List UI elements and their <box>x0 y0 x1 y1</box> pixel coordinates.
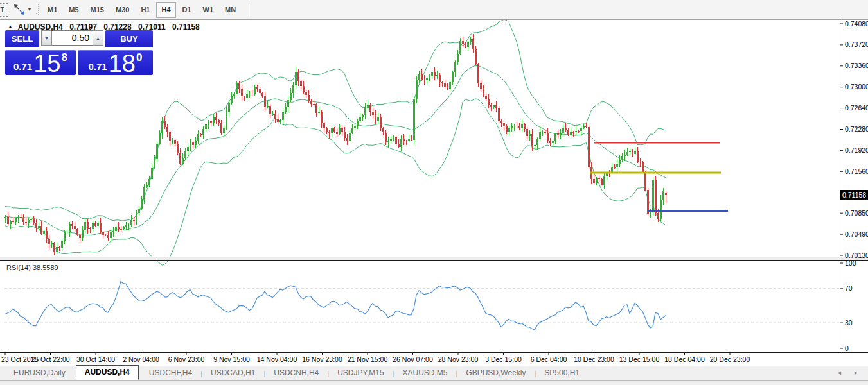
rsi-indicator-label: RSI(14) 38.5589 <box>6 264 58 271</box>
svg-text:13 Dec 15:00: 13 Dec 15:00 <box>619 355 660 363</box>
text-label-tool-icon[interactable]: T <box>0 3 8 17</box>
sell-price-prefix: 0.71 <box>13 61 32 72</box>
timeframe-button-M15[interactable]: M15 <box>85 2 109 18</box>
svg-text:10 Dec 23:00: 10 Dec 23:00 <box>574 355 614 363</box>
price-axis[interactable]: 0.740800.737200.733600.730000.726400.722… <box>840 20 868 259</box>
bollinger-middle-band <box>5 65 666 235</box>
svg-text:2 Nov 04:00: 2 Nov 04:00 <box>123 355 159 363</box>
timeframe-button-W1[interactable]: W1 <box>198 2 219 18</box>
svg-text:100: 100 <box>845 259 856 267</box>
svg-text:70: 70 <box>845 284 853 292</box>
svg-text:26 Nov 07:00: 26 Nov 07:00 <box>393 355 433 363</box>
svg-text:25 Oct 22:00: 25 Oct 22:00 <box>31 355 69 363</box>
svg-text:0.73360: 0.73360 <box>845 62 868 69</box>
svg-text:0.71560: 0.71560 <box>845 167 868 175</box>
sell-button[interactable]: SELL <box>5 30 39 49</box>
svg-text:0.71920: 0.71920 <box>845 146 868 154</box>
toolbar-separator <box>249 3 250 17</box>
top-toolbar: T ▼ M1M5M15M30H1H4D1W1MN <box>0 0 868 20</box>
timeframe-button-MN[interactable]: MN <box>220 2 241 18</box>
sell-price-sup: 8 <box>62 51 67 64</box>
tab-eurusd-daily[interactable]: EURUSD,Daily <box>5 367 74 379</box>
buy-price-sup: 0 <box>136 51 142 64</box>
tabs-scroll-left-icon[interactable]: ◄ <box>837 370 842 376</box>
svg-text:30 Oct 14:00: 30 Oct 14:00 <box>76 355 115 363</box>
buy-price-big: 18 <box>109 53 136 74</box>
tab-xauusd-m5[interactable]: XAUUSD,M5 <box>394 367 456 379</box>
svg-text:0.72640: 0.72640 <box>845 104 868 112</box>
buy-button-label: BUY <box>120 34 137 44</box>
timeframe-button-M1[interactable]: M1 <box>42 2 62 18</box>
timeframe-button-row: M1M5M15M30H1H4D1W1MN <box>42 2 250 18</box>
tab-usdjpy-m15[interactable]: USDJPY,M15 <box>329 367 392 379</box>
svg-text:0.72280: 0.72280 <box>845 125 868 133</box>
svg-text:18 Dec 04:00: 18 Dec 04:00 <box>664 355 705 363</box>
svg-text:3 Dec 15:00: 3 Dec 15:00 <box>485 355 522 363</box>
ohlc-open: 0.71197 <box>69 22 97 31</box>
svg-text:21 Nov 15:00: 21 Nov 15:00 <box>348 355 388 363</box>
svg-text:6 Dec 04:00: 6 Dec 04:00 <box>531 355 567 363</box>
tool-dropdown-caret-icon[interactable]: ▼ <box>27 6 32 12</box>
svg-text:30: 30 <box>845 319 853 327</box>
timeframe-button-D1[interactable]: D1 <box>177 2 197 18</box>
svg-text:28 Nov 23:00: 28 Nov 23:00 <box>438 355 479 363</box>
symbol-tab-bar: EURUSD,Daily AUDUSD,H4 USDCHF,H4|USDCAD,… <box>0 366 868 380</box>
svg-text:0.71158: 0.71158 <box>842 191 866 199</box>
svg-text:0.73000: 0.73000 <box>845 83 868 90</box>
timeframe-button-H1[interactable]: H1 <box>136 2 155 18</box>
svg-text:6 Nov 23:00: 6 Nov 23:00 <box>168 355 205 363</box>
timeframe-button-H4[interactable]: H4 <box>156 2 175 18</box>
tabs-scroll-right-icon[interactable]: ► <box>853 370 859 376</box>
svg-text:0.74080: 0.74080 <box>845 20 868 28</box>
svg-text:16 Nov 23:00: 16 Nov 23:00 <box>302 355 342 363</box>
bollinger-lower-band <box>5 99 666 265</box>
sell-price-big: 15 <box>33 53 60 74</box>
tab-sp500-h1[interactable]: SP500,H1 <box>536 367 588 379</box>
svg-text:14 Nov 04:00: 14 Nov 04:00 <box>257 355 297 363</box>
buy-button[interactable]: BUY <box>105 30 153 49</box>
tab-gbpusd-weekly[interactable]: GBPUSD,Weekly <box>457 367 534 379</box>
sell-button-label: SELL <box>12 34 33 44</box>
ohlc-close: 0.71158 <box>172 22 200 31</box>
svg-text:0.70490: 0.70490 <box>845 230 868 238</box>
tab-usdcad-h1[interactable]: USDCAD,H1 <box>202 367 263 379</box>
status-bar <box>0 380 868 385</box>
buy-price-tile[interactable]: 0.71 18 0 <box>78 50 153 75</box>
svg-text:0: 0 <box>845 345 849 352</box>
time-axis[interactable]: 23 Oct 201825 Oct 22:0030 Oct 14:002 Nov… <box>1 353 750 363</box>
buy-price-prefix: 0.71 <box>89 61 107 72</box>
current-price-badge: 0.71158 <box>840 190 868 200</box>
tab-audusd-h4[interactable]: AUDUSD,H4 <box>76 365 139 380</box>
collapse-triangle-icon[interactable]: ▲ <box>8 24 13 30</box>
timeframe-button-M30[interactable]: M30 <box>111 2 134 18</box>
svg-text:0.70850: 0.70850 <box>845 209 868 217</box>
svg-text:20 Dec 23:00: 20 Dec 23:00 <box>710 355 750 363</box>
rsi-panel: 10070300 <box>4 259 856 352</box>
svg-text:0.70130: 0.70130 <box>845 252 868 259</box>
text-tool-glyph: T <box>0 6 4 13</box>
svg-text:9 Nov 15:00: 9 Nov 15:00 <box>213 355 250 363</box>
sell-price-tile[interactable]: 0.71 15 8 <box>5 50 76 75</box>
tab-usdcnh-h4[interactable]: USDCNH,H4 <box>265 367 327 379</box>
svg-text:0.73720: 0.73720 <box>845 40 868 48</box>
toolbar-grip-handle[interactable] <box>36 4 39 15</box>
price-arrows-tool-icon[interactable] <box>13 3 26 16</box>
timeframe-button-M5[interactable]: M5 <box>64 2 84 18</box>
tab-usdchf-h4[interactable]: USDCHF,H4 <box>141 367 200 379</box>
